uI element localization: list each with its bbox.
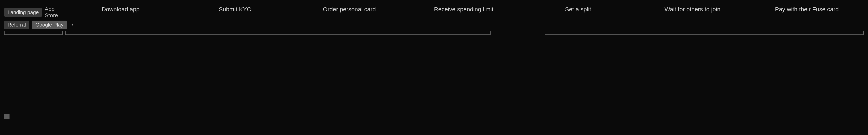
bottom-row: Referral Google Play ➚ [4, 21, 63, 29]
step-labels-row: Download app Submit KYC Order personal c… [63, 4, 864, 13]
top-row: Landing page App Store [4, 6, 63, 19]
referral-button[interactable]: Referral [4, 21, 29, 29]
google-play-button[interactable]: Google Play [32, 21, 67, 29]
content-area: Landing page App Store Referral Google P… [4, 4, 864, 35]
step-pay-with-fuse-card: Pay with their Fuse card [750, 6, 864, 13]
app-store-label: App Store [45, 6, 63, 19]
landing-page-button[interactable]: Landing page [4, 8, 42, 16]
left-sidebar: Landing page App Store Referral Google P… [4, 4, 63, 29]
main-container: Landing page App Store Referral Google P… [0, 0, 868, 135]
group2-bracket [544, 31, 864, 35]
step-download-app: Download app [63, 6, 178, 13]
step-order-personal-card: Order personal card [292, 6, 407, 13]
sidebar-bracket [4, 31, 63, 35]
steps-flex: Landing page App Store Referral Google P… [4, 4, 864, 29]
group2-bracket-shape [545, 31, 864, 35]
steps-main: Download app Submit KYC Order personal c… [63, 4, 864, 13]
group1-bracket-shape [65, 31, 491, 35]
arrow-right-icon: ➚ [69, 22, 75, 28]
step-set-a-split: Set a split [521, 6, 635, 13]
small-square [4, 113, 9, 119]
step-submit-kyc: Submit KYC [178, 6, 292, 13]
step-wait-for-others: Wait for others to join [635, 6, 749, 13]
all-brackets-row [4, 31, 864, 35]
group1-bracket [65, 31, 491, 35]
step-receive-spending-limit: Receive spending limit [407, 6, 521, 13]
